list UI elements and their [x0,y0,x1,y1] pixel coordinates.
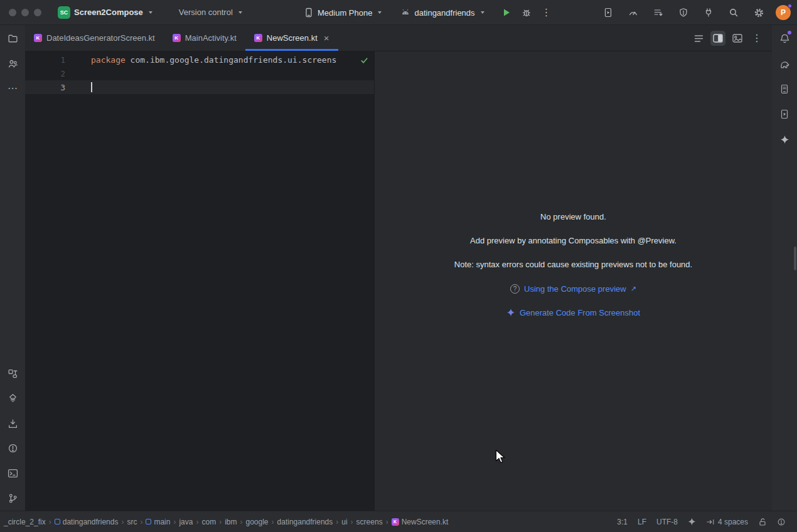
run-configuration-label: datingandfriends [414,8,474,18]
version-control-menu[interactable]: Version control [174,4,247,21]
app-quality-insights-button[interactable] [675,4,692,21]
line-number[interactable]: 1 [25,55,65,65]
breadcrumb-item[interactable]: main [144,518,171,526]
breadcrumb-item[interactable]: _circle_2_fix [3,518,47,526]
breadcrumb-label: NewScreen.kt [402,518,449,526]
logcat-icon [653,8,663,18]
window-zoom-button[interactable] [34,9,41,16]
more-vertical-icon: ⋮ [542,8,552,18]
search-everywhere-button[interactable] [725,4,742,21]
breadcrumb-item[interactable]: ui [340,518,348,526]
code-editor[interactable]: 1 package com.ibm.google.datingandfriend… [25,51,374,511]
profiler-button[interactable] [625,4,641,21]
status-bar: _circle_2_fix › datingandfriends › src ›… [0,511,797,532]
breadcrumb-item[interactable]: datingandfriends [53,518,120,526]
chevron-down-icon [481,11,484,14]
more-tool-windows-button[interactable]: ⋯ [4,80,21,97]
kotlin-letter: K [256,35,260,41]
design-view-button[interactable] [730,31,745,46]
run-configuration-selector[interactable]: datingandfriends [395,4,489,21]
breadcrumb-item[interactable]: datingandfriends [276,518,334,526]
more-run-actions-button[interactable]: ⋮ [538,4,555,21]
caret-position-widget[interactable]: 3:1 [617,518,628,526]
run-button[interactable] [498,4,515,21]
breadcrumb-label: _circle_2_fix [4,518,46,526]
window-close-button[interactable] [9,9,16,16]
problems-tool-button[interactable] [4,440,21,456]
notifications-button[interactable] [776,30,793,46]
breadcrumb-item[interactable]: src [126,518,138,526]
breadcrumb-item[interactable]: com [200,518,217,526]
device-manager-button[interactable] [600,4,616,21]
version-control-tool-button[interactable] [4,490,21,506]
titlebar: SC Screen2Compose Version control Medium… [0,0,797,25]
gradle-tool-button[interactable] [776,56,793,72]
collaboration-tool-button[interactable] [4,55,21,72]
line-number[interactable]: 3 [25,83,65,92]
running-devices-tool-button[interactable] [776,106,793,122]
compose-preview-help-link[interactable]: ? Using the Compose preview ↗ [510,284,636,294]
indent-widget[interactable]: 4 spaces [706,518,748,526]
profiler-icon [628,8,638,18]
tab-options-button[interactable]: ⋮ [749,31,764,46]
project-name: Screen2Compose [74,8,143,17]
close-icon[interactable]: × [324,33,329,43]
indent-label: 4 spaces [718,518,748,526]
settings-button[interactable] [751,4,767,21]
breadcrumb-item-file[interactable]: K NewScreen.kt [390,518,450,526]
resource-manager-tool-button[interactable] [4,365,21,381]
line-number[interactable]: 2 [25,69,65,78]
breadcrumb-item[interactable]: ibm [223,518,238,526]
line-separator-widget[interactable]: LF [638,518,646,526]
indent-icon [706,518,715,526]
play-icon [501,8,511,18]
tab-newscreen[interactable]: K NewScreen.kt × [245,25,338,51]
chevron-down-icon [149,11,152,14]
bug-icon [522,8,532,18]
editor-line: 1 package com.ibm.google.datingandfriend… [25,53,374,66]
generate-code-from-screenshot-link[interactable]: Generate Code From Screenshot [506,307,640,317]
encoding-widget[interactable]: UTF-8 [656,518,678,526]
code-view-button[interactable] [691,31,706,46]
device-explorer-tool-button[interactable] [776,81,793,97]
debug-button[interactable] [518,4,535,21]
terminal-tool-button[interactable] [4,465,21,481]
tab-mainactivity[interactable]: K MainActivity.kt [164,25,245,51]
app-inspection-tool-button[interactable] [4,415,21,432]
device-selector[interactable]: Medium Phone [299,4,387,21]
gemini-icon [780,135,789,144]
tab-dateideasgeneratorscreen[interactable]: K DateIdeasGeneratorScreen.kt [25,25,164,51]
project-selector[interactable]: SC Screen2Compose [53,4,158,21]
more-vertical-icon: ⋮ [752,33,762,43]
keyword-token: package [91,55,126,65]
project-tool-button[interactable] [4,30,21,46]
chevron-down-icon [238,11,242,14]
breadcrumb-label: ui [341,518,347,526]
project-icon: SC [58,6,70,19]
breadcrumb-item[interactable]: google [244,518,269,526]
split-view-icon [713,34,723,43]
user-avatar[interactable]: P [776,5,791,20]
folder-icon [8,33,18,44]
code-text[interactable]: package com.ibm.google.datingandfriends.… [91,55,336,65]
inspection-status-widget[interactable] [359,55,369,65]
logcat-button[interactable] [650,4,666,21]
gemini-tool-button[interactable] [776,131,793,147]
tab-label: NewScreen.kt [267,33,318,43]
window-minimize-button[interactable] [21,9,29,16]
scrollbar-thumb[interactable] [794,247,796,270]
split-view-button[interactable] [710,31,725,46]
gemini-status-icon[interactable] [688,518,696,526]
device-selector-label: Medium Phone [318,8,372,18]
info-circle-icon [8,443,18,454]
breadcrumb-item[interactable]: screens [355,518,384,526]
tab-label: MainActivity.kt [185,33,237,43]
write-access-icon[interactable] [758,518,767,526]
sdk-manager-button[interactable] [700,4,717,21]
code-token: com.ibm.google.datingandfriends.ui.scree… [126,55,337,65]
build-variants-tool-button[interactable] [4,390,21,406]
download-tray-icon [8,418,18,429]
analysis-status-icon[interactable] [777,518,786,526]
people-icon [8,58,18,69]
breadcrumb-item[interactable]: java [178,518,194,526]
